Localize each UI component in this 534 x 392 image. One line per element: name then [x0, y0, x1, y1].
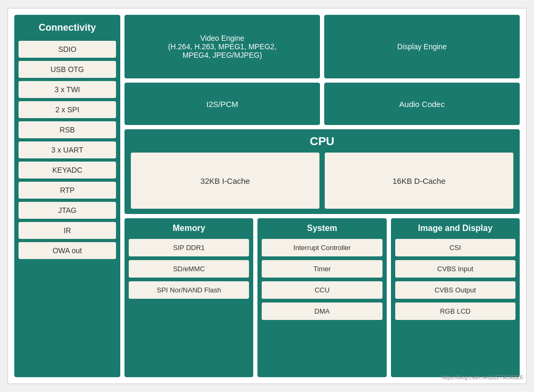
icache-label: 32KB I-Cache — [200, 176, 250, 185]
connectivity-title: Connectivity — [19, 20, 116, 38]
image-display-item: CSI — [395, 239, 515, 256]
dcache-label: 16KB D-Cache — [393, 176, 446, 185]
connectivity-item: 3 x UART — [19, 141, 116, 158]
icache-box: 32KB I-Cache — [131, 153, 319, 209]
i2s-label: I2S/PCM — [206, 100, 238, 109]
connectivity-item: RTP — [19, 182, 116, 199]
cpu-section: CPU 32KB I-Cache 16KB D-Cache — [124, 129, 520, 214]
memory-item: SIP DDR1 — [129, 239, 249, 256]
connectivity-section: Connectivity SDIOUSB OTG3 x TWI2 x SPIRS… — [14, 15, 120, 377]
connectivity-item: IR — [19, 222, 116, 239]
connectivity-item: RSB — [19, 121, 116, 138]
image-display-item: CVBS Input — [395, 260, 515, 278]
dcache-box: 16KB D-Cache — [325, 153, 513, 209]
system-item: Interrupt Controller — [262, 239, 382, 256]
system-section: System Interrupt ControllerTimerCCUDMA — [257, 218, 386, 377]
connectivity-item: SDIO — [19, 41, 116, 58]
connectivity-item: 3 x TWI — [19, 81, 116, 98]
right-area: Video Engine (H.264, H.263, MPEG1, MPEG2… — [124, 15, 520, 377]
connectivity-item: USB OTG — [19, 61, 116, 78]
image-display-title: Image and Display — [395, 224, 515, 235]
memory-item: SPI Nor/NAND Flash — [129, 281, 249, 299]
system-item: CCU — [262, 281, 382, 299]
memory-item: SD/eMMC — [129, 260, 249, 278]
video-engine-label: Video Engine (H.264, H.263, MPEG1, MPEG2… — [168, 34, 277, 59]
system-title: System — [262, 224, 382, 235]
connectivity-item: KEYADC — [19, 162, 116, 179]
audio-codec-label: Audio Codec — [399, 100, 445, 109]
display-engine-box: Display Engine — [324, 15, 520, 78]
cpu-caches: 32KB I-Cache 16KB D-Cache — [131, 153, 513, 209]
memory-section: Memory SIP DDR1SD/eMMCSPI Nor/NAND Flash — [124, 218, 253, 377]
connectivity-item: JTAG — [19, 202, 116, 219]
video-engine-box: Video Engine (H.264, H.263, MPEG1, MPEG2… — [124, 15, 320, 78]
cpu-title: CPU — [131, 135, 513, 148]
image-display-item: RGB LCD — [395, 302, 515, 320]
main-diagram: Connectivity SDIOUSB OTG3 x TWI2 x SPIRS… — [7, 8, 527, 384]
memory-title: Memory — [129, 224, 249, 235]
top-row: Video Engine (H.264, H.263, MPEG1, MPEG2… — [124, 15, 520, 78]
second-row: I2S/PCM Audio Codec — [124, 83, 520, 125]
connectivity-item: 2 x SPI — [19, 101, 116, 118]
connectivity-item: OWA out — [19, 242, 116, 259]
audio-codec-box: Audio Codec — [324, 83, 520, 125]
display-engine-label: Display Engine — [397, 42, 447, 51]
image-display-section: Image and Display CSICVBS InputCVBS Outp… — [391, 218, 520, 377]
system-item: Timer — [262, 260, 382, 278]
watermark: https://blog.csdn.net/p1279030826 — [442, 375, 523, 380]
i2s-box: I2S/PCM — [124, 83, 320, 125]
system-item: DMA — [262, 302, 382, 320]
bottom-row: Memory SIP DDR1SD/eMMCSPI Nor/NAND Flash… — [124, 218, 520, 377]
image-display-item: CVBS Output — [395, 281, 515, 299]
